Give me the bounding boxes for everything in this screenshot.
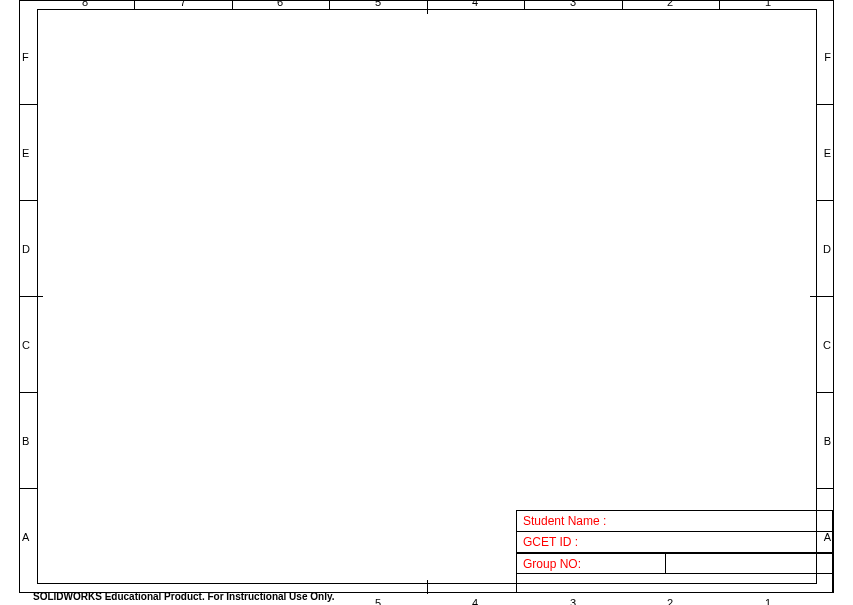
title-block-spare-row	[516, 574, 833, 593]
tick	[816, 200, 833, 201]
tick	[134, 0, 135, 9]
tick	[232, 0, 233, 9]
zone-row-right: C	[823, 339, 831, 351]
zone-col-top: 1	[765, 0, 771, 8]
zone-row-right: F	[824, 51, 831, 63]
zone-col-bottom: 4	[472, 597, 478, 605]
tick	[622, 0, 623, 9]
zone-row-left: F	[22, 51, 29, 63]
zone-col-top: 7	[180, 0, 186, 8]
center-tick	[20, 296, 43, 297]
tick	[20, 200, 37, 201]
zone-row-right: E	[824, 147, 831, 159]
center-tick	[427, 580, 428, 594]
center-tick	[810, 296, 833, 297]
zone-row-left: E	[22, 147, 29, 159]
tick	[20, 488, 37, 489]
zone-col-top: 4	[472, 0, 478, 8]
title-block: Student Name : GCET ID : Group NO:	[516, 510, 833, 593]
inner-frame	[37, 9, 817, 584]
student-name-label: Student Name :	[523, 514, 606, 528]
group-no-label-cell: Group NO:	[516, 553, 666, 574]
tick	[816, 104, 833, 105]
tick	[524, 0, 525, 9]
footer-note: SOLIDWORKS Educational Product. For Inst…	[33, 591, 335, 602]
zone-col-top: 5	[375, 0, 381, 8]
gcet-id-field: GCET ID :	[516, 532, 833, 553]
zone-col-top: 8	[82, 0, 88, 8]
group-no-value-cell	[666, 553, 833, 574]
zone-row-left: D	[22, 243, 30, 255]
zone-col-top: 6	[277, 0, 283, 8]
zone-row-right: B	[824, 435, 831, 447]
group-no-label: Group NO:	[523, 557, 581, 571]
zone-col-bottom: 2	[667, 597, 673, 605]
tick	[20, 104, 37, 105]
student-name-field: Student Name :	[516, 510, 833, 532]
tick	[816, 392, 833, 393]
center-tick	[427, 0, 428, 14]
zone-row-right: D	[823, 243, 831, 255]
zone-col-top: 3	[570, 0, 576, 8]
zone-col-bottom: 5	[375, 597, 381, 605]
zone-col-bottom: 1	[765, 597, 771, 605]
zone-row-left: C	[22, 339, 30, 351]
gcet-id-label: GCET ID :	[523, 535, 578, 549]
tick	[719, 0, 720, 9]
zone-col-top: 2	[667, 0, 673, 8]
group-no-row: Group NO:	[516, 553, 833, 574]
tick	[816, 488, 833, 489]
zone-col-bottom: 3	[570, 597, 576, 605]
tick	[329, 0, 330, 9]
zone-row-left: A	[22, 531, 29, 543]
tick	[20, 392, 37, 393]
zone-row-left: B	[22, 435, 29, 447]
